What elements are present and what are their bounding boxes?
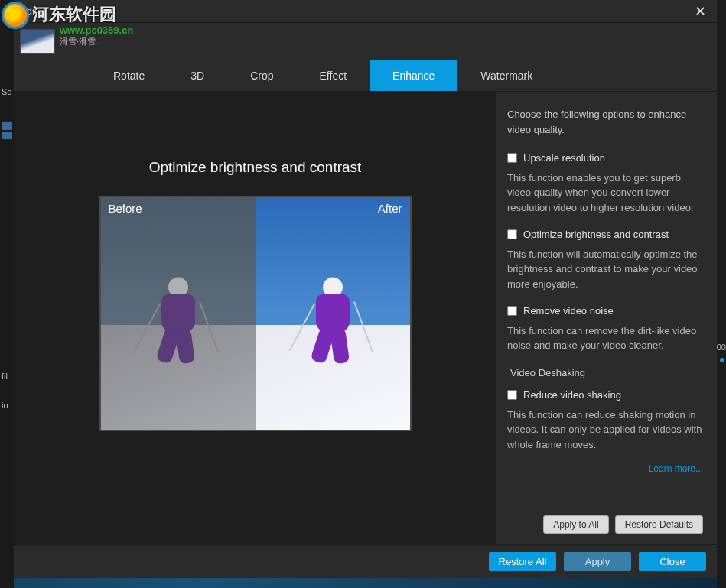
left-bg-strip: Sc fil io — [0, 0, 14, 588]
before-image — [101, 197, 256, 430]
before-label: Before — [109, 202, 142, 215]
bg-dot — [720, 358, 724, 362]
main-row: Optimize brightness and contrast Before — [14, 92, 717, 544]
upscale-label: Upscale resolution — [523, 151, 605, 166]
options-intro: Choose the following options to enhance … — [507, 107, 703, 137]
content-area: 滑雪·滑雪_20... Rotate 3D Crop Effect Enhanc… — [14, 23, 717, 544]
upscale-checkbox[interactable] — [507, 153, 517, 163]
noise-label: Remove video noise — [523, 304, 614, 319]
learn-more-row: Learn more... — [507, 461, 703, 476]
optimize-label: Optimize brightness and contrast — [523, 227, 669, 242]
tab-watermark[interactable]: Watermark — [457, 60, 555, 91]
tab-crop[interactable]: Crop — [227, 60, 296, 91]
optimize-desc: This function will automatically optimiz… — [507, 247, 703, 292]
noise-checkbox[interactable] — [507, 306, 517, 316]
dialog-body: 滑雪·滑雪_20... Rotate 3D Crop Effect Enhanc… — [14, 23, 717, 544]
reduce-shaking-checkbox[interactable] — [507, 390, 517, 400]
upscale-desc: This function enables you to get superb … — [507, 171, 703, 216]
optimize-option[interactable]: Optimize brightness and contrast — [507, 227, 703, 242]
upscale-option[interactable]: Upscale resolution — [507, 151, 703, 166]
edit-dialog: Edit ✕ 滑雪·滑雪_20... Rotate 3D Crop Effect… — [14, 0, 717, 578]
apply-to-all-button[interactable]: Apply to All — [543, 515, 608, 534]
tab-rotate[interactable]: Rotate — [90, 60, 168, 91]
dialog-footer: Restore All Apply Close — [14, 544, 717, 578]
close-icon[interactable]: ✕ — [689, 1, 711, 22]
site-url: www.pc0359.cn — [60, 24, 133, 36]
restore-defaults-button[interactable]: Restore Defaults — [615, 515, 703, 534]
options-panel: Choose the following options to enhance … — [496, 92, 717, 544]
preview-after: After — [256, 197, 410, 430]
deshake-heading: Video Deshaking — [510, 365, 703, 381]
preview-panel: Optimize brightness and contrast Before — [14, 92, 496, 544]
noise-option[interactable]: Remove video noise — [507, 304, 703, 319]
learn-more-link[interactable]: Learn more... — [649, 463, 703, 474]
tab-effect[interactable]: Effect — [297, 60, 370, 91]
after-image — [256, 197, 410, 430]
reduce-shaking-label: Reduce video shaking — [523, 388, 621, 403]
bg-text: io — [0, 398, 14, 413]
after-label: After — [378, 202, 402, 215]
preview-title: Optimize brightness and contrast — [149, 159, 362, 176]
tab-enhance[interactable]: Enhance — [370, 60, 457, 91]
preview-before: Before — [101, 197, 256, 430]
optimize-checkbox[interactable] — [507, 229, 517, 239]
tab-bar: Rotate 3D Crop Effect Enhance Watermark — [14, 60, 717, 92]
titlebar: Edit ✕ — [14, 0, 717, 23]
noise-desc: This function can remove the dirt-like v… — [507, 323, 703, 353]
reduce-shaking-option[interactable]: Reduce video shaking — [507, 388, 703, 403]
site-logo-icon — [2, 2, 29, 29]
site-logo-text: 河东软件园 — [32, 3, 116, 26]
options-bottom-buttons: Apply to All Restore Defaults — [507, 515, 703, 537]
reduce-shaking-desc: This function can reduce shaking motion … — [507, 408, 703, 453]
bg-thumb — [2, 132, 12, 139]
bg-text: 00 — [717, 343, 726, 352]
right-bg-strip: 00 — [717, 0, 726, 588]
close-button[interactable]: Close — [639, 552, 706, 571]
bg-thumb — [2, 122, 12, 130]
bg-text: Sc — [0, 84, 14, 99]
thumbnail-name: 滑雪·滑雪_20... — [60, 36, 109, 47]
preview-frame: Before After — [99, 196, 412, 431]
restore-all-button[interactable]: Restore All — [489, 552, 556, 571]
thumbnail-image — [20, 29, 55, 54]
bg-text: fil — [0, 369, 14, 384]
apply-button[interactable]: Apply — [564, 552, 631, 571]
tab-3d[interactable]: 3D — [168, 60, 227, 91]
